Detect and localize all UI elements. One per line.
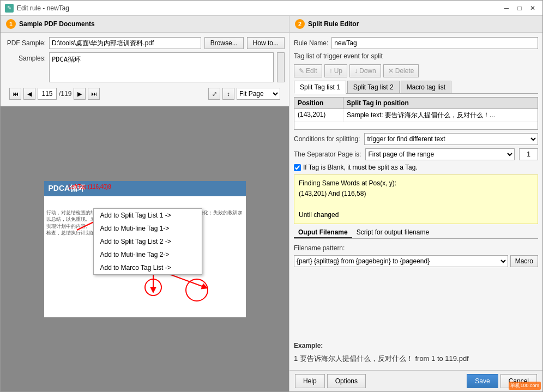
filename-label-row: Filename pattern: [294,244,538,252]
output-tab-script[interactable]: Script for output filename [352,227,433,238]
filename-pattern-label: Filename pattern: [294,244,345,252]
tab-split-tag-list-2[interactable]: Split Tag list 2 [347,81,400,93]
right-panel-header: 2 Split Rule Editor [289,16,542,33]
close-button[interactable]: ✕ [527,3,538,14]
delete-icon: ✕ [388,67,394,75]
nav-page-input[interactable] [38,88,57,100]
title-bar-controls: ─ □ ✕ [501,3,538,14]
right-panel-title: Split Rule Editor [308,20,359,28]
edit-button[interactable]: ✎ Edit [294,64,322,77]
options-button[interactable]: Options [327,374,366,388]
edit-icon: ✎ [299,67,304,75]
tag-tabs: Split Tag list 1 Split Tag list 2 Macro … [294,81,538,94]
pdf-page: PDCA循环 LeftTop:(116,40)8 行动，对总结检查的结果进行处理… [44,181,246,317]
nav-first-button[interactable]: ⏮ [9,88,21,100]
tag-table-header: Position Split Tag in position [294,98,538,109]
tag-table: Position Split Tag in position (143,201)… [294,97,538,130]
nav-prev-button[interactable]: ◀ [23,88,35,100]
nav-controls: ⏮ ◀ /119 ▶ ⏭ ⤢ ↕ Fit Page 100% 75% [5,86,285,102]
browse-button[interactable]: Browse... [204,37,244,49]
context-menu: Add to Split Tag List 1 -> Add to Muti-l… [93,208,202,275]
main-content: 1 Sample PDF Documents PDF Sample: Brows… [1,16,542,391]
conditions-select[interactable]: trigger for find different text trigger … [364,133,538,145]
window-title: Edit rule - newTag [17,4,69,12]
how-to-button[interactable]: How to... [247,37,285,49]
nav-zoom-height-button[interactable]: ↕ [222,88,234,100]
bottom-bar: Help Options Save Cancel 单机100.com [289,370,542,391]
checkbox-label: If Tag is Blank, it must be split as a T… [303,164,418,171]
separator-label: The Separator Page is: [294,150,361,158]
pdf-sample-label: PDF Sample: [5,39,46,47]
samples-scrollbar[interactable] [277,52,285,82]
minimize-button[interactable]: ─ [501,3,512,14]
right-panel-content: Rule Name: Tag list of trigger event for… [289,33,542,370]
table-row[interactable]: (143,201) Sample text: 要告诉海尔人提倡什么，反对什么！.… [294,109,538,122]
finding-box: Finding Same Words at Pos(x, y): (143,20… [294,174,538,224]
left-panel-title: Sample PDF Documents [19,20,95,28]
nav-last-button[interactable]: ⏭ [88,88,100,100]
rule-name-row: Rule Name: [294,37,538,49]
nav-total: /119 [59,90,71,98]
until-label: Until changed [299,210,533,220]
help-button[interactable]: Help [295,374,325,388]
samples-label: Samples: [5,52,46,62]
pdf-sample-row: PDF Sample: Browse... How to... [5,37,285,49]
watermark: 单机100.com [509,382,541,390]
separator-select[interactable]: First page of the range Last page of the… [365,148,515,160]
maximize-button[interactable]: □ [514,3,525,14]
output-tab-filename[interactable]: Ouput Filename [294,227,352,238]
left-panel-header: 1 Sample PDF Documents [1,16,289,33]
left-panel-content: PDF Sample: Browse... How to... Samples:… [1,33,289,106]
nav-zoom-fit-button[interactable]: ⤢ [208,88,220,100]
delete-button[interactable]: ✕ Delete [383,64,419,77]
nav-zoom-select[interactable]: Fit Page 100% 75% [237,88,280,100]
main-window: ✎ Edit rule - newTag ─ □ ✕ 1 Sample PDF … [0,0,543,392]
filename-select[interactable]: {part} {splittag} from {pagebegin} to {p… [294,255,508,267]
example-section: Example: 1 要告诉海尔人提倡什么，反对什么！ from 1 to 11… [294,337,538,366]
right-panel: 2 Split Rule Editor Rule Name: Tag list … [289,16,542,391]
samples-textarea[interactable]: PDCA循环 [49,52,274,82]
up-icon: ↑ [329,67,333,75]
tag-cell-split-text: Sample text: 要告诉海尔人提倡什么，反对什么！... [343,109,538,122]
conditions-label: Conditions for splitting: [294,135,360,143]
right-panel-number: 2 [295,19,305,29]
app-icon: ✎ [5,4,14,13]
samples-area: Samples: PDCA循环 [5,52,285,82]
example-label: Example: [294,342,538,349]
pdf-sample-input[interactable] [49,37,201,49]
tab-macro-tag-list[interactable]: Macro tag list [401,81,451,93]
separator-row: The Separator Page is: First page of the… [294,148,538,160]
context-menu-item-4[interactable]: Add to Muti-line Tag 2-> [94,248,202,261]
separator-num-input[interactable] [519,148,538,160]
title-bar-left: ✎ Edit rule - newTag [5,4,69,13]
nav-next-button[interactable]: ▶ [74,88,86,100]
filename-input-row: {part} {splittag} from {pagebegin} to {p… [294,255,538,267]
up-button[interactable]: ↑ Up [324,64,347,77]
finding-value: (143,201) And (116,58) [299,189,533,199]
tag-cell-position: (143,201) [294,109,343,122]
tab-split-tag-list-1[interactable]: Split Tag list 1 [294,81,346,94]
trigger-toolbar: ✎ Edit ↑ Up ↓ Down ✕ Delete [294,64,538,77]
down-icon: ↓ [354,67,358,75]
tag-col-split-tag: Split Tag in position [343,98,538,108]
context-menu-item-5[interactable]: Add to Marco Tag List -> [94,261,202,274]
output-tabs: Ouput Filename Script for output filenam… [294,227,538,239]
tag-col-position: Position [294,98,343,108]
rule-name-input[interactable] [331,37,538,49]
save-button[interactable]: Save [467,374,498,388]
macro-button[interactable]: Macro [510,255,538,267]
context-menu-item-1[interactable]: Add to Split Tag List 1 -> [94,209,202,222]
checkbox-row: If Tag is Blank, it must be split as a T… [294,164,538,171]
conditions-row: Conditions for splitting: trigger for fi… [294,133,538,145]
finding-label: Finding Same Words at Pos(x, y): [299,178,533,189]
rule-name-label: Rule Name: [294,39,328,47]
example-text: 1 要告诉海尔人提倡什么，反对什么！ from 1 to 119.pdf [294,352,538,366]
down-button[interactable]: ↓ Down [349,64,381,77]
pdf-coordinate-label: LeftTop:(116,40)8 [69,184,111,190]
context-menu-item-2[interactable]: Add to Muti-line Tag 1-> [94,222,202,235]
blank-tag-checkbox[interactable] [294,164,301,171]
svg-point-5 [145,279,161,295]
title-bar: ✎ Edit rule - newTag ─ □ ✕ [1,1,542,16]
context-menu-item-3[interactable]: Add to Split Tag List 2 -> [94,235,202,248]
svg-point-4 [186,279,208,301]
